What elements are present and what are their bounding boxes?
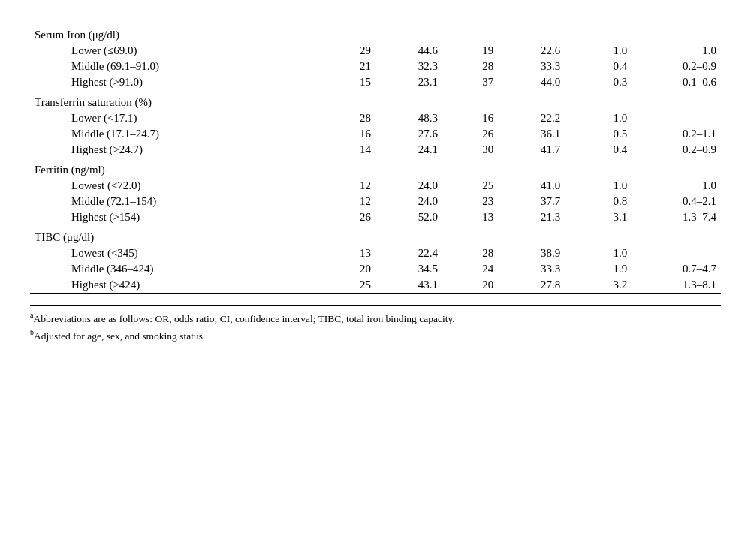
table-row: Middle (69.1–91.0)2132.32833.30.40.2–0.9	[30, 59, 721, 74]
table-row: Middle (72.1–154)1224.02337.70.80.4–2.1	[30, 194, 721, 209]
footnote-section: aAbbreviations are as follows: OR, odds …	[30, 305, 721, 342]
section-header-0: Serum Iron (μg/dl)	[30, 23, 721, 43]
table-row: Middle (17.1–24.7)1627.62636.10.50.2–1.1	[30, 126, 721, 142]
section-header-2: Ferritin (ng/ml)	[30, 158, 721, 178]
table-row: Lowest (<72.0)1224.02541.01.01.0	[30, 178, 721, 194]
table-divider	[30, 294, 721, 299]
table-row: Highest (>91.0)1523.13744.00.30.1–0.6	[30, 74, 721, 90]
table-row: Middle (346–424)2034.52433.31.90.7–4.7	[30, 261, 721, 277]
data-table: Serum Iron (μg/dl)Lower (≤69.0)2944.6192…	[30, 23, 721, 299]
table-row: Lower (<17.1)2848.31622.21.0	[30, 110, 721, 126]
footnote: aAbbreviations are as follows: OR, odds …	[30, 311, 721, 325]
table-row: Highest (>154)2652.01321.33.11.3–7.4	[30, 209, 721, 225]
table-row: Highest (>424)2543.12027.83.21.3–8.1	[30, 277, 721, 294]
section-header-1: Transferrin saturation (%)	[30, 90, 721, 110]
table-row: Lowest (<345)1322.42838.91.0	[30, 245, 721, 261]
table-row: Lower (≤69.0)2944.61922.61.01.0	[30, 43, 721, 59]
section-header-3: TIBC (μg/dl)	[30, 225, 721, 245]
table-row: Highest (>24.7)1424.13041.70.40.2–0.9	[30, 142, 721, 158]
footnote: bAdjusted for age, sex, and smoking stat…	[30, 328, 721, 342]
